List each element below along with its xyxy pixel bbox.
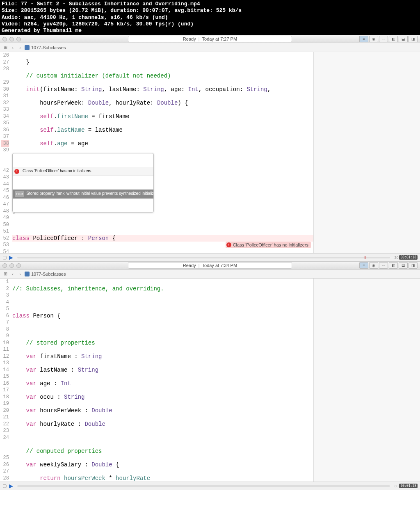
audio-line: Audio: aac, 44100 Hz, 1 channels, s16, 4… [2, 14, 418, 21]
debug-controls: ▢ ▶ [2, 254, 13, 260]
nav-bar-1: ⊞ ‹ › 1077-Subclasses [0, 43, 420, 52]
nav-bar-2: ⊞ ‹ › 1077-Subclasses [0, 269, 420, 279]
timecode-badge: 00:01:18 [399, 484, 418, 488]
zoom-button[interactable] [16, 37, 21, 41]
timecode-badge: 00:01:18 [399, 255, 418, 260]
file-line: File: 77_-_Swift_2_-_Subclasses_Inherita… [2, 1, 418, 7]
traffic-lights [2, 263, 21, 268]
assistant-editor-icon[interactable]: ◉ [369, 36, 378, 42]
error-badge-inline[interactable]: !Class 'PoliceOfficer' has no initialize… [226, 242, 311, 248]
nav-back-icon[interactable]: ‹ [9, 44, 16, 51]
debug-bar-2: ▢ ▶ 30 00:01:18 [0, 482, 420, 490]
fps-label: 30 [394, 484, 398, 488]
debug-bar-1: ▢ ▶ 30 00:01:18 [0, 253, 420, 261]
results-pane-2 [313, 279, 420, 482]
code-editor-1[interactable]: 26 27 28 29 30 31 32 33 34 35 36 37 38 3… [0, 52, 420, 253]
nav-forward-icon[interactable]: › [16, 44, 24, 51]
nav-forward-icon[interactable]: › [16, 271, 24, 277]
swift-file-icon [25, 272, 30, 276]
traffic-lights [2, 37, 21, 41]
bottom-pane-icon[interactable]: ⬓ [399, 36, 408, 42]
error-dot-icon: ! [14, 169, 19, 174]
nav-back-icon[interactable]: ‹ [9, 271, 16, 277]
video-metadata-header: File: 77_-_Swift_2_-_Subclasses_Inherita… [0, 0, 420, 35]
toggle-debug-icon[interactable]: ▢ [2, 255, 7, 260]
error-popup-text: Class 'PoliceOfficer' has no initializer… [23, 168, 91, 175]
breadcrumb-filename: 1077-Subclasses [31, 45, 66, 50]
separator: | [199, 263, 200, 268]
related-items-icon[interactable]: ⊞ [2, 271, 9, 277]
fps-label: 30 [394, 256, 398, 260]
timeline-marker [365, 256, 365, 259]
minimize-button[interactable] [9, 37, 14, 41]
zoom-button[interactable] [16, 263, 21, 268]
close-button[interactable] [2, 263, 7, 268]
error-popup[interactable]: ! Class 'PoliceOfficer' has no initializ… [12, 153, 154, 212]
debug-controls: ▢ ▶ [2, 483, 13, 489]
left-pane-icon[interactable]: ◧ [389, 36, 398, 42]
code-content-2[interactable]: //: Subclasses, inheritence, and overrid… [11, 279, 313, 482]
error-dot-icon: ! [226, 242, 231, 247]
window-titlebar-1: Ready | Today at 7:27 PM ≡ ◉ ↔ ◧ ⬓ ◨ [0, 35, 420, 43]
timeline-info: 30 00:01:18 [394, 255, 418, 260]
window-titlebar-2: Ready | Today at 7:34 PM ≡ ◉ ↔ ◧ ⬓ ◨ [0, 261, 420, 269]
status-text: Ready [183, 263, 196, 268]
status-text: Ready [183, 37, 196, 41]
right-pane-icon[interactable]: ◨ [409, 36, 418, 42]
bottom-pane-icon[interactable]: ⬓ [399, 262, 408, 269]
status-time: Today at 7:27 PM [202, 37, 237, 41]
error-inline-text: Class 'PoliceOfficer' has no initializer… [233, 242, 308, 249]
breadcrumb[interactable]: 1077-Subclasses [25, 45, 66, 50]
size-line: Size: 28015265 bytes (26.72 MiB), durati… [2, 7, 418, 14]
version-editor-icon[interactable]: ↔ [379, 262, 388, 269]
timeline-slider[interactable] [17, 257, 390, 258]
status-bar: Ready | Today at 7:34 PM [128, 262, 292, 269]
timeline-info: 30 00:01:18 [394, 484, 418, 488]
generated-line: Generated by Thumbnail me [2, 27, 418, 34]
toolbar-right: ≡ ◉ ↔ ◧ ⬓ ◨ [359, 36, 418, 42]
editor-view-icon[interactable]: ≡ [359, 262, 368, 269]
toolbar-right: ≡ ◉ ↔ ◧ ⬓ ◨ [359, 262, 418, 269]
version-editor-icon[interactable]: ↔ [379, 36, 388, 42]
fixit-badge: Fix-it [14, 190, 25, 198]
minimize-button[interactable] [9, 263, 14, 268]
play-icon[interactable]: ▶ [9, 483, 13, 489]
right-pane-icon[interactable]: ◨ [409, 262, 418, 269]
timeline-slider[interactable] [17, 485, 390, 487]
status-bar: Ready | Today at 7:27 PM [128, 36, 292, 42]
close-button[interactable] [2, 37, 7, 41]
toggle-debug-icon[interactable]: ▢ [2, 483, 7, 489]
line-gutter: 1 2 3 4 5 6 7 8 9 10 11 12 13 14 15 16 1… [0, 279, 11, 482]
code-editor-2[interactable]: 1 2 3 4 5 6 7 8 9 10 11 12 13 14 15 16 1… [0, 279, 420, 482]
error-popup-fixit[interactable]: Fix-it Stored property 'rank' without in… [13, 190, 153, 199]
editor-view-icon[interactable]: ≡ [359, 36, 368, 42]
results-pane-1 [313, 52, 420, 253]
line-gutter: 26 27 28 29 30 31 32 33 34 35 36 37 38 3… [0, 52, 11, 253]
status-time: Today at 7:34 PM [202, 263, 237, 268]
breadcrumb-filename: 1077-Subclasses [31, 272, 66, 276]
left-pane-icon[interactable]: ◧ [389, 262, 398, 269]
assistant-editor-icon[interactable]: ◉ [369, 262, 378, 269]
fixit-text: Stored property 'rank' without initial v… [26, 190, 154, 198]
related-items-icon[interactable]: ⊞ [2, 44, 9, 51]
swift-file-icon [25, 45, 30, 50]
play-icon[interactable]: ▶ [9, 254, 13, 260]
error-popup-main: ! Class 'PoliceOfficer' has no initializ… [13, 167, 153, 176]
video-line: Video: h264, yuv420p, 1280x720, 475 kb/s… [2, 21, 418, 27]
breadcrumb[interactable]: 1077-Subclasses [25, 272, 66, 276]
code-content-1[interactable]: } // custom initializer (default not nee… [11, 52, 313, 253]
separator: | [199, 37, 200, 41]
